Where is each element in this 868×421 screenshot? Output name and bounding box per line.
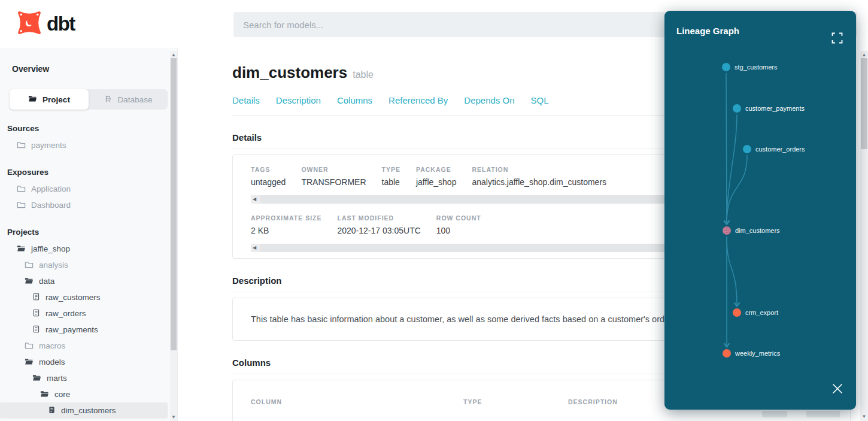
sidebar-item-label: models [39,358,65,367]
sidebar-item-overview[interactable]: Overview [12,64,177,74]
lineage-node-stg-customers[interactable] [722,63,730,71]
sidebar: Overview ProjectDatabase Sourcespayments… [0,48,178,421]
lineage-node-weekly-metrics[interactable] [723,349,731,358]
dbt-logo-text: dbt [47,13,75,35]
detail-field-tags: TAGSuntagged [251,166,286,187]
folder-icon [17,200,26,211]
lineage-node-dim-customers[interactable] [723,226,731,235]
column-header-column: COLUMN [251,398,463,405]
sidebar-item-analysis[interactable]: analysis [0,257,168,273]
folder-icon [25,260,34,271]
detail-field-row-count: ROW COUNT100 [436,214,481,235]
sidebar-item-label: raw_customers [45,293,101,302]
folder-open-icon [28,94,37,105]
sidebar-nav: SourcespaymentsExposuresApplicationDashb… [0,124,177,421]
close-icon[interactable] [831,382,844,395]
sidebar-item-marts[interactable]: marts [0,370,168,386]
field-label: LAST MODIFIED [337,214,420,222]
main-scrollbar[interactable]: ▲ ▼ [860,51,868,421]
field-value: 100 [436,226,481,235]
field-value: 2020-12-17 03:05UTC [337,226,420,235]
model-name: dim_customers [232,63,347,81]
field-label: APPROXIMATE SIZE [251,214,321,222]
sidebar-item-models[interactable]: models [0,354,168,370]
sidebar-item-raw-orders[interactable]: raw_orders [0,305,168,322]
toggle-database[interactable]: Database [89,89,168,110]
sidebar-item-dashboard[interactable]: Dashboard [0,197,168,213]
partial-table-element [762,411,787,417]
db-tree-icon [104,95,113,105]
lineage-node-crm-export[interactable] [733,308,741,317]
field-label: PACKAGE [416,166,456,173]
lineage-node-customer-payments[interactable] [733,104,741,113]
detail-field-approximate-size: APPROXIMATE SIZE2 KB [251,214,321,235]
fullscreen-icon[interactable] [831,32,843,44]
sidebar-item-fct-orders[interactable]: fct_orders [0,419,168,421]
sidebar-item-label: core [54,390,70,399]
lineage-node-label: stg_customers [735,63,778,71]
sidebar-scrollbar[interactable]: ▲ ▼ [170,51,177,421]
sidebar-item-label: macros [39,341,65,350]
folder-open-icon [25,276,34,287]
sidebar-item-label: marts [47,374,67,383]
tab-sql[interactable]: SQL [531,95,549,105]
lineage-node-label: dim_customers [735,227,780,234]
file-icon [32,308,40,319]
partial-table-element [806,411,840,417]
sidebar-item-jaffle-shop[interactable]: jaffle_shop [0,241,168,257]
tab-description[interactable]: Description [276,95,321,105]
lineage-edge [726,73,727,223]
folder-icon [25,341,34,352]
folder-open-icon [17,244,26,255]
scroll-down-icon[interactable]: ▼ [170,414,177,420]
sidebar-item-label: data [39,277,54,286]
lineage-node-customer-orders[interactable] [743,145,751,153]
main-scrollbar-thumb[interactable] [861,58,867,149]
tab-referenced-by[interactable]: Referenced By [389,95,448,105]
toggle-project[interactable]: Project [10,89,89,110]
model-type-label: table [353,69,374,80]
sidebar-item-label: jaffle_shop [31,244,70,253]
sidebar-item-dim-customers[interactable]: dim_customers [0,402,168,419]
scroll-left-icon[interactable]: ◀ [253,196,256,202]
lineage-node-label: weekly_metrics [735,350,781,357]
description-text: This table has basic information about a… [251,314,676,324]
folder-open-icon [40,389,49,400]
sidebar-item-core[interactable]: core [0,386,168,402]
tab-depends-on[interactable]: Depends On [464,95,514,105]
file-icon [32,325,40,335]
tab-columns[interactable]: Columns [337,95,372,105]
folder-open-icon [32,373,41,384]
detail-field-owner: OWNERTRANSFORMER [301,166,366,187]
field-label: TAGS [251,166,286,173]
tab-details[interactable]: Details [232,95,260,105]
detail-field-package: PACKAGEjaffle_shop [416,166,456,187]
sidebar-item-raw-customers[interactable]: raw_customers [0,289,168,305]
dbt-logo[interactable]: dbt [16,10,75,38]
field-value: untagged [251,177,286,187]
folder-open-icon [25,357,34,368]
field-value: TRANSFORMER [301,177,366,187]
scroll-left-icon[interactable]: ◀ [253,245,256,250]
field-value: 2 KB [251,226,321,235]
sidebar-item-application[interactable]: Application [0,181,168,197]
field-label: ROW COUNT [436,214,481,222]
scroll-up-icon[interactable]: ▲ [860,52,868,57]
file-solid-icon [48,405,56,416]
scroll-down-icon[interactable]: ▼ [860,414,868,419]
sidebar-item-data[interactable]: data [0,273,168,289]
detail-field-relation: RELATIONanalytics.jaffle_shop.dim_custom… [472,166,606,187]
field-label: TYPE [382,166,400,173]
lineage-node-label: crm_export [745,309,778,316]
folder-icon [17,140,26,151]
sidebar-item-macros[interactable]: macros [0,338,168,354]
sidebar-item-raw-payments[interactable]: raw_payments [0,322,168,338]
field-value: analytics.jaffle_shop.dim_customers [472,177,606,187]
nav-group-title-projects: Projects [7,228,177,237]
field-value: table [382,177,400,187]
sidebar-item-payments[interactable]: payments [0,137,168,153]
scroll-up-icon[interactable]: ▲ [170,52,177,57]
sidebar-scrollbar-thumb[interactable] [171,58,177,350]
sidebar-item-label: dim_customers [61,406,116,415]
lineage-edge [727,155,747,223]
